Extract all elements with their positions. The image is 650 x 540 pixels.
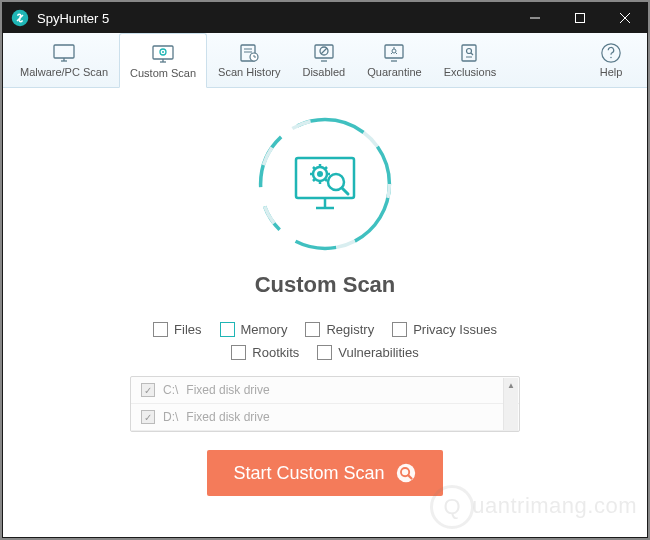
option-memory[interactable]: Memory xyxy=(220,322,288,337)
option-rootkits[interactable]: Rootkits xyxy=(231,345,299,360)
help-label: Help xyxy=(600,66,623,78)
history-icon xyxy=(237,42,261,64)
tab-custom-scan[interactable]: Custom Scan xyxy=(119,33,207,88)
svg-rect-23 xyxy=(385,45,403,58)
checkbox-icon xyxy=(220,322,235,337)
blocked-icon xyxy=(312,42,336,64)
checkbox-icon xyxy=(231,345,246,360)
svg-point-12 xyxy=(162,51,164,53)
tab-label: Malware/PC Scan xyxy=(20,66,108,78)
monitor-gear-icon xyxy=(151,43,175,65)
tab-malware-scan[interactable]: Malware/PC Scan xyxy=(9,33,119,87)
checkbox-icon xyxy=(305,322,320,337)
main-content: Custom Scan Files Memory Registry Privac xyxy=(3,88,647,537)
toolbar: Malware/PC Scan Custom Scan Scan History… xyxy=(3,33,647,88)
svg-line-22 xyxy=(321,48,327,54)
minimize-button[interactable] xyxy=(512,3,557,33)
drive-letter: D:\ xyxy=(163,410,178,424)
tab-label: Disabled xyxy=(302,66,345,78)
close-button[interactable] xyxy=(602,3,647,33)
svg-line-31 xyxy=(471,53,473,55)
svg-point-34 xyxy=(610,57,611,58)
scroll-up-icon: ▲ xyxy=(504,378,518,393)
quarantine-icon xyxy=(382,42,406,64)
option-registry[interactable]: Registry xyxy=(305,322,374,337)
drive-letter: C:\ xyxy=(163,383,178,397)
scan-options: Files Memory Registry Privacy Issues xyxy=(153,322,497,360)
tab-label: Scan History xyxy=(218,66,280,78)
app-icon xyxy=(11,9,29,27)
tab-scan-history[interactable]: Scan History xyxy=(207,33,291,87)
help-icon xyxy=(599,42,623,64)
svg-line-27 xyxy=(391,53,393,55)
tab-exclusions[interactable]: Exclusions xyxy=(433,33,508,87)
window-controls xyxy=(512,3,647,33)
svg-point-44 xyxy=(396,464,414,482)
start-scan-button[interactable]: Start Custom Scan xyxy=(207,450,442,496)
monitor-icon xyxy=(52,42,76,64)
svg-line-28 xyxy=(396,53,398,55)
svg-point-30 xyxy=(466,49,471,54)
svg-point-25 xyxy=(392,49,396,53)
app-window: SpyHunter 5 Malware/PC Scan Custom Scan xyxy=(2,2,648,538)
titlebar: SpyHunter 5 xyxy=(3,3,647,33)
tab-disabled[interactable]: Disabled xyxy=(291,33,356,87)
checkbox-checked-icon: ✓ xyxy=(141,410,155,424)
option-files[interactable]: Files xyxy=(153,322,201,337)
drive-desc: Fixed disk drive xyxy=(186,410,269,424)
start-button-label: Start Custom Scan xyxy=(233,463,384,484)
option-vulnerabilities[interactable]: Vulnerabilities xyxy=(317,345,418,360)
exclusions-icon xyxy=(458,42,482,64)
checkbox-icon xyxy=(392,322,407,337)
drive-row[interactable]: ✓ C:\ Fixed disk drive xyxy=(131,377,519,404)
help-button[interactable]: Help xyxy=(581,33,641,87)
hero-graphic xyxy=(255,114,395,254)
page-heading: Custom Scan xyxy=(255,272,396,298)
maximize-button[interactable] xyxy=(557,3,602,33)
drive-row[interactable]: ✓ D:\ Fixed disk drive xyxy=(131,404,519,431)
scan-action-icon xyxy=(395,462,417,484)
tab-label: Custom Scan xyxy=(130,67,196,79)
drive-list: ✓ C:\ Fixed disk drive ✓ D:\ Fixed disk … xyxy=(130,376,520,432)
tab-label: Quarantine xyxy=(367,66,421,78)
tab-quarantine[interactable]: Quarantine xyxy=(356,33,432,87)
watermark: Quantrimang.com xyxy=(430,485,637,529)
checkbox-icon xyxy=(153,322,168,337)
checkbox-icon xyxy=(317,345,332,360)
scrollbar[interactable]: ▲ xyxy=(503,378,518,430)
option-privacy-issues[interactable]: Privacy Issues xyxy=(392,322,497,337)
window-title: SpyHunter 5 xyxy=(37,11,512,26)
drive-desc: Fixed disk drive xyxy=(186,383,269,397)
checkbox-checked-icon: ✓ xyxy=(141,383,155,397)
svg-rect-2 xyxy=(575,14,584,23)
tab-label: Exclusions xyxy=(444,66,497,78)
svg-rect-5 xyxy=(54,45,74,58)
